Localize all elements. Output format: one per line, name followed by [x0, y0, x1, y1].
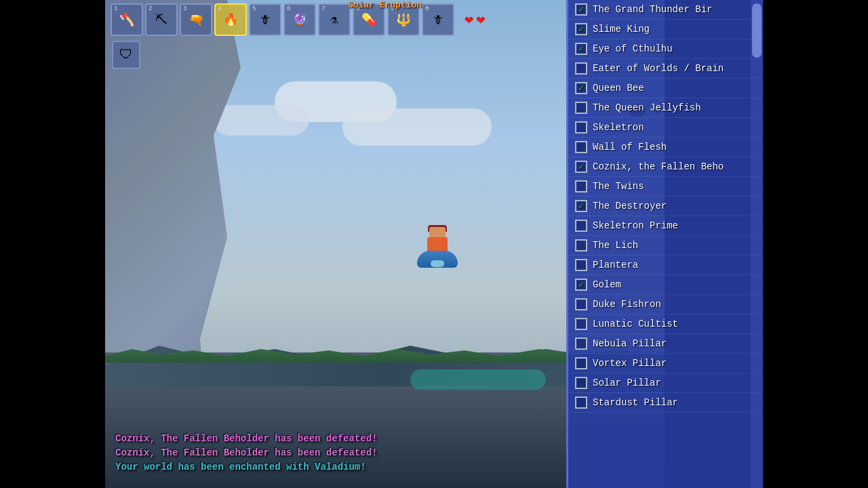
skill-name: Solar Eruption: [348, 0, 422, 10]
slot-icon-1: 🪓: [119, 12, 134, 27]
slot-icon-9: 🔱: [396, 12, 411, 27]
checklist-label-4: Queen Bee: [593, 83, 644, 94]
checkbox-5[interactable]: [575, 102, 587, 114]
scrollbar-track[interactable]: [751, 0, 763, 488]
slot-icon-0: 🗡: [432, 13, 444, 27]
char-mount-detail: [431, 260, 444, 267]
slot-icon-3: 🔫: [189, 12, 203, 27]
slot-num-4: 4: [218, 5, 221, 12]
checkbox-1[interactable]: [575, 23, 587, 35]
hotbar-slot-1[interactable]: 1 🪓: [111, 3, 143, 36]
black-bar-right: [763, 0, 868, 488]
slot-num-6: 6: [287, 5, 290, 12]
hotbar-slot-4-selected[interactable]: 4 🔥: [214, 3, 247, 36]
checklist-item-19[interactable]: Solar Pillar: [568, 373, 763, 393]
checklist-item-11[interactable]: Skeletron Prime: [568, 216, 763, 236]
checklist-label-13: Plantera: [593, 260, 638, 270]
checklist-label-10: The Destroyer: [593, 201, 667, 211]
checkbox-8[interactable]: [575, 161, 587, 173]
black-bar-left: [0, 0, 105, 488]
checklist-label-0: The Grand Thunder Bir: [593, 4, 712, 15]
checklist-item-4[interactable]: Queen Bee: [568, 79, 763, 98]
checklist-item-8[interactable]: Coznix, the Fallen Beho: [568, 157, 763, 177]
slot-num-0: 0: [425, 5, 429, 12]
checkbox-7[interactable]: [575, 141, 587, 153]
checkbox-19[interactable]: [575, 377, 587, 389]
boss-checklist-panel: The Grand Thunder BirSlime KingEye of Ct…: [566, 0, 763, 488]
checklist-label-7: Wall of Flesh: [593, 142, 667, 152]
scrollbar-thumb[interactable]: [752, 3, 762, 58]
checklist-label-8: Coznix, the Fallen Beho: [593, 161, 724, 172]
checklist-item-20[interactable]: Stardust Pillar: [568, 393, 763, 413]
shield-inventory-slot[interactable]: 🛡: [112, 41, 140, 69]
checkbox-16[interactable]: [575, 318, 587, 330]
checkbox-11[interactable]: [575, 220, 587, 232]
checklist-item-0[interactable]: The Grand Thunder Bir: [568, 0, 763, 20]
checklist-label-18: Vortex Pillar: [593, 358, 667, 369]
player-character: [417, 224, 458, 268]
checklist-label-2: Eye of Cthulhu: [593, 43, 673, 54]
checklist-label-6: Skeletron: [593, 122, 644, 133]
checkbox-0[interactable]: [575, 3, 587, 16]
chat-line-2: Coznix, The Fallen Beholder has been def…: [115, 446, 377, 460]
chat-line-3: Your world has been enchanted with Valad…: [115, 460, 377, 474]
slot-num-1: 1: [114, 5, 117, 12]
cloud-3: [214, 105, 309, 136]
checklist-item-15[interactable]: Duke Fishron: [568, 295, 763, 314]
checklist-label-16: Lunatic Cultist: [593, 319, 678, 329]
checkbox-15[interactable]: [575, 298, 587, 310]
checklist-item-13[interactable]: Plantera: [568, 256, 763, 275]
checklist-item-2[interactable]: Eye of Cthulhu: [568, 39, 763, 59]
checkbox-6[interactable]: [575, 121, 587, 134]
checkbox-10[interactable]: [575, 200, 587, 212]
checkbox-13[interactable]: [575, 259, 587, 271]
checkbox-20[interactable]: [575, 396, 587, 409]
checkbox-14[interactable]: [575, 279, 587, 291]
checklist-item-1[interactable]: Slime King: [568, 20, 763, 39]
hotbar-slot-7[interactable]: 7 ⚗: [318, 3, 351, 36]
checklist-label-15: Duke Fishron: [593, 299, 661, 310]
checkbox-4[interactable]: [575, 82, 587, 94]
checkbox-2[interactable]: [575, 43, 587, 55]
slot-num-5: 5: [252, 5, 256, 12]
checklist-item-3[interactable]: Eater of Worlds / Brain: [568, 59, 763, 79]
slot-num-3: 3: [183, 5, 186, 12]
slot-icon-5: 🗡: [259, 13, 271, 27]
checklist-item-17[interactable]: Nebula Pillar: [568, 334, 763, 354]
checklist-item-6[interactable]: Skeletron: [568, 118, 763, 138]
cloud-2: [342, 108, 492, 146]
checklist-item-10[interactable]: The Destroyer: [568, 197, 763, 216]
shield-icon: 🛡: [119, 47, 133, 63]
checklist-label-9: The Twins: [593, 181, 644, 192]
checklist-item-7[interactable]: Wall of Flesh: [568, 138, 763, 157]
checklist-label-14: Golem: [593, 279, 621, 290]
checklist-item-14[interactable]: Golem: [568, 275, 763, 295]
water-pool: [410, 369, 546, 390]
slot-icon-7: ⚗: [331, 12, 338, 27]
chat-log: Coznix, The Fallen Beholder has been def…: [115, 432, 377, 474]
hotbar-slot-6[interactable]: 6 🔮: [283, 3, 316, 36]
checkbox-17[interactable]: [575, 338, 587, 350]
hotbar-slot-2[interactable]: 2 ⛏: [145, 3, 178, 36]
checklist-item-16[interactable]: Lunatic Cultist: [568, 314, 763, 334]
heart-1: ❤: [465, 11, 473, 29]
health-display: ❤ ❤: [465, 11, 486, 29]
slot-icon-2: ⛏: [155, 13, 167, 27]
checklist-label-12: The Lich: [593, 240, 638, 251]
hotbar-slot-3[interactable]: 3 🔫: [180, 3, 212, 36]
checkbox-12[interactable]: [575, 239, 587, 251]
hotbar-slot-5[interactable]: 5 🗡: [249, 3, 281, 36]
checklist-item-9[interactable]: The Twins: [568, 177, 763, 197]
checklist-item-18[interactable]: Vortex Pillar: [568, 354, 763, 373]
checkbox-3[interactable]: [575, 62, 587, 75]
checklist-item-5[interactable]: The Queen Jellyfish: [568, 98, 763, 118]
checkbox-18[interactable]: [575, 357, 587, 369]
slot-num-2: 2: [149, 5, 152, 12]
checklist-label-1: Slime King: [593, 24, 650, 35]
slot-icon-4: 🔥: [223, 12, 238, 27]
checkbox-9[interactable]: [575, 180, 587, 192]
checklist-label-20: Stardust Pillar: [593, 397, 678, 408]
slot-icon-8: 💊: [361, 12, 376, 27]
checklist-item-12[interactable]: The Lich: [568, 236, 763, 256]
hotbar-slot-0[interactable]: 0 🗡: [422, 3, 454, 36]
